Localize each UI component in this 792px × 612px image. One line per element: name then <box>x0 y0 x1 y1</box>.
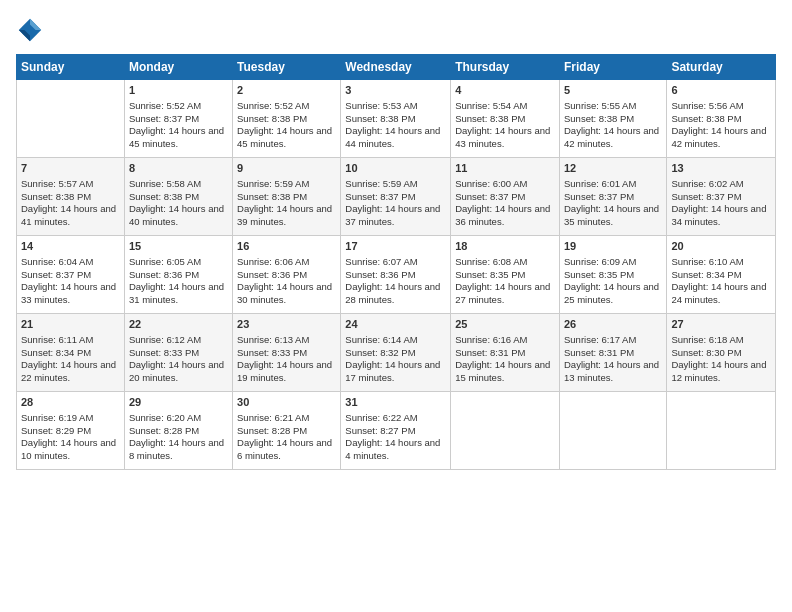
calendar-cell: 14Sunrise: 6:04 AMSunset: 8:37 PMDayligh… <box>17 236 125 314</box>
calendar-cell: 8Sunrise: 5:58 AMSunset: 8:38 PMDaylight… <box>124 158 232 236</box>
day-number: 9 <box>237 161 336 176</box>
daylight: Daylight: 14 hours and 40 minutes. <box>129 203 224 227</box>
daylight: Daylight: 14 hours and 45 minutes. <box>237 125 332 149</box>
daylight: Daylight: 14 hours and 13 minutes. <box>564 359 659 383</box>
sunrise: Sunrise: 6:14 AM <box>345 334 417 345</box>
calendar-cell: 30Sunrise: 6:21 AMSunset: 8:28 PMDayligh… <box>233 392 341 470</box>
sunset: Sunset: 8:38 PM <box>345 113 415 124</box>
daylight: Daylight: 14 hours and 17 minutes. <box>345 359 440 383</box>
day-number: 5 <box>564 83 662 98</box>
day-number: 31 <box>345 395 446 410</box>
calendar-cell: 3Sunrise: 5:53 AMSunset: 8:38 PMDaylight… <box>341 80 451 158</box>
daylight: Daylight: 14 hours and 45 minutes. <box>129 125 224 149</box>
sunrise: Sunrise: 5:52 AM <box>129 100 201 111</box>
sunset: Sunset: 8:31 PM <box>455 347 525 358</box>
calendar-cell: 1Sunrise: 5:52 AMSunset: 8:37 PMDaylight… <box>124 80 232 158</box>
day-number: 27 <box>671 317 771 332</box>
daylight: Daylight: 14 hours and 34 minutes. <box>671 203 766 227</box>
calendar-week-row: 14Sunrise: 6:04 AMSunset: 8:37 PMDayligh… <box>17 236 776 314</box>
calendar-week-row: 21Sunrise: 6:11 AMSunset: 8:34 PMDayligh… <box>17 314 776 392</box>
day-number: 3 <box>345 83 446 98</box>
sunset: Sunset: 8:36 PM <box>129 269 199 280</box>
day-number: 28 <box>21 395 120 410</box>
daylight: Daylight: 14 hours and 44 minutes. <box>345 125 440 149</box>
sunset: Sunset: 8:28 PM <box>237 425 307 436</box>
daylight: Daylight: 14 hours and 12 minutes. <box>671 359 766 383</box>
daylight: Daylight: 14 hours and 43 minutes. <box>455 125 550 149</box>
calendar-cell <box>667 392 776 470</box>
sunrise: Sunrise: 6:19 AM <box>21 412 93 423</box>
calendar-cell: 27Sunrise: 6:18 AMSunset: 8:30 PMDayligh… <box>667 314 776 392</box>
sunrise: Sunrise: 5:55 AM <box>564 100 636 111</box>
sunset: Sunset: 8:27 PM <box>345 425 415 436</box>
calendar-cell: 16Sunrise: 6:06 AMSunset: 8:36 PMDayligh… <box>233 236 341 314</box>
day-number: 6 <box>671 83 771 98</box>
day-number: 15 <box>129 239 228 254</box>
daylight: Daylight: 14 hours and 35 minutes. <box>564 203 659 227</box>
logo <box>16 16 48 44</box>
sunset: Sunset: 8:38 PM <box>237 191 307 202</box>
sunrise: Sunrise: 6:16 AM <box>455 334 527 345</box>
calendar-cell: 9Sunrise: 5:59 AMSunset: 8:38 PMDaylight… <box>233 158 341 236</box>
calendar-cell: 17Sunrise: 6:07 AMSunset: 8:36 PMDayligh… <box>341 236 451 314</box>
sunrise: Sunrise: 5:54 AM <box>455 100 527 111</box>
weekday-header: Thursday <box>451 55 560 80</box>
daylight: Daylight: 14 hours and 39 minutes. <box>237 203 332 227</box>
sunrise: Sunrise: 5:53 AM <box>345 100 417 111</box>
daylight: Daylight: 14 hours and 8 minutes. <box>129 437 224 461</box>
daylight: Daylight: 14 hours and 27 minutes. <box>455 281 550 305</box>
sunrise: Sunrise: 6:18 AM <box>671 334 743 345</box>
calendar-cell <box>559 392 666 470</box>
sunrise: Sunrise: 5:52 AM <box>237 100 309 111</box>
sunrise: Sunrise: 6:12 AM <box>129 334 201 345</box>
sunset: Sunset: 8:34 PM <box>21 347 91 358</box>
daylight: Daylight: 14 hours and 36 minutes. <box>455 203 550 227</box>
header <box>16 16 776 44</box>
calendar-week-row: 1Sunrise: 5:52 AMSunset: 8:37 PMDaylight… <box>17 80 776 158</box>
sunrise: Sunrise: 5:58 AM <box>129 178 201 189</box>
daylight: Daylight: 14 hours and 10 minutes. <box>21 437 116 461</box>
calendar-cell: 13Sunrise: 6:02 AMSunset: 8:37 PMDayligh… <box>667 158 776 236</box>
sunset: Sunset: 8:33 PM <box>129 347 199 358</box>
weekday-header: Tuesday <box>233 55 341 80</box>
daylight: Daylight: 14 hours and 24 minutes. <box>671 281 766 305</box>
sunset: Sunset: 8:36 PM <box>345 269 415 280</box>
sunrise: Sunrise: 6:20 AM <box>129 412 201 423</box>
sunrise: Sunrise: 6:05 AM <box>129 256 201 267</box>
day-number: 13 <box>671 161 771 176</box>
daylight: Daylight: 14 hours and 37 minutes. <box>345 203 440 227</box>
daylight: Daylight: 14 hours and 4 minutes. <box>345 437 440 461</box>
sunrise: Sunrise: 6:17 AM <box>564 334 636 345</box>
calendar-cell: 15Sunrise: 6:05 AMSunset: 8:36 PMDayligh… <box>124 236 232 314</box>
weekday-header: Saturday <box>667 55 776 80</box>
daylight: Daylight: 14 hours and 28 minutes. <box>345 281 440 305</box>
sunset: Sunset: 8:38 PM <box>237 113 307 124</box>
sunrise: Sunrise: 6:09 AM <box>564 256 636 267</box>
weekday-header: Monday <box>124 55 232 80</box>
weekday-header: Sunday <box>17 55 125 80</box>
day-number: 30 <box>237 395 336 410</box>
sunset: Sunset: 8:37 PM <box>564 191 634 202</box>
day-number: 17 <box>345 239 446 254</box>
daylight: Daylight: 14 hours and 42 minutes. <box>564 125 659 149</box>
day-number: 22 <box>129 317 228 332</box>
day-number: 7 <box>21 161 120 176</box>
calendar-table: SundayMondayTuesdayWednesdayThursdayFrid… <box>16 54 776 470</box>
calendar-cell: 25Sunrise: 6:16 AMSunset: 8:31 PMDayligh… <box>451 314 560 392</box>
daylight: Daylight: 14 hours and 31 minutes. <box>129 281 224 305</box>
day-number: 21 <box>21 317 120 332</box>
sunrise: Sunrise: 6:10 AM <box>671 256 743 267</box>
sunset: Sunset: 8:38 PM <box>455 113 525 124</box>
sunset: Sunset: 8:38 PM <box>21 191 91 202</box>
sunset: Sunset: 8:37 PM <box>455 191 525 202</box>
calendar-cell: 21Sunrise: 6:11 AMSunset: 8:34 PMDayligh… <box>17 314 125 392</box>
day-number: 19 <box>564 239 662 254</box>
calendar-cell: 20Sunrise: 6:10 AMSunset: 8:34 PMDayligh… <box>667 236 776 314</box>
sunset: Sunset: 8:38 PM <box>129 191 199 202</box>
weekday-header: Wednesday <box>341 55 451 80</box>
sunset: Sunset: 8:36 PM <box>237 269 307 280</box>
day-number: 20 <box>671 239 771 254</box>
sunrise: Sunrise: 6:13 AM <box>237 334 309 345</box>
calendar-cell: 11Sunrise: 6:00 AMSunset: 8:37 PMDayligh… <box>451 158 560 236</box>
day-number: 16 <box>237 239 336 254</box>
